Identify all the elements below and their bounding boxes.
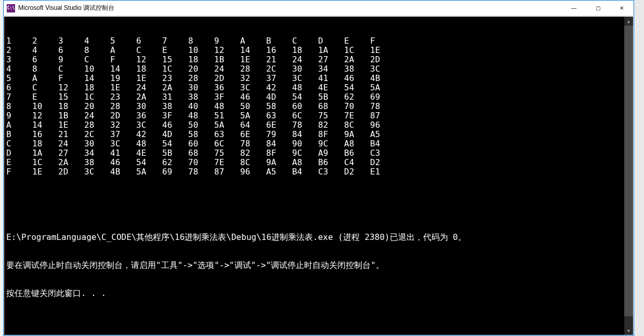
table-cell: B6 — [344, 149, 370, 158]
table-cell: 64 — [240, 120, 266, 130]
table-cell: 18 — [292, 46, 318, 55]
table-cell: 2D — [58, 167, 84, 177]
table-cell: C — [32, 83, 58, 92]
console-window: C:\ Microsoft Visual Studio 调试控制台 — ▢ ✕ … — [3, 0, 634, 336]
table-cell: 28 — [240, 64, 266, 74]
table-cell: D — [6, 149, 32, 158]
table-cell: 32 — [240, 74, 266, 83]
table-row: A141E28323C46505A646E78828C96 — [6, 120, 631, 130]
table-cell: 46 — [110, 158, 136, 167]
titlebar[interactable]: C:\ Microsoft Visual Studio 调试控制台 — ▢ ✕ — [4, 1, 634, 16]
minimize-button[interactable]: — — [562, 1, 586, 16]
scrollbar-down-arrow[interactable]: ▼ — [624, 326, 633, 335]
table-cell: 1C — [344, 46, 370, 55]
table-cell: 9C — [292, 149, 318, 158]
table-cell: 79 — [266, 130, 292, 139]
table-cell: 4D — [266, 92, 292, 102]
table-cell: A5 — [370, 130, 396, 139]
table-cell: 12 — [58, 83, 84, 92]
table-cell: 69 — [370, 92, 396, 102]
table-cell: 2D — [110, 111, 136, 120]
table-cell: 19 — [110, 74, 136, 83]
table-cell: 54 — [292, 92, 318, 102]
table-cell: B4 — [370, 139, 396, 149]
table-cell: 54 — [344, 83, 370, 92]
table-cell: 51 — [214, 111, 240, 120]
table-cell: 4E — [318, 83, 344, 92]
table-cell: 3C — [292, 74, 318, 83]
table-cell: 96 — [370, 120, 396, 130]
close-button[interactable]: ✕ — [610, 1, 634, 16]
table-cell: 78 — [292, 120, 318, 130]
table-cell: 7 — [162, 36, 188, 46]
scrollbar-thumb[interactable] — [624, 25, 633, 316]
table-cell: 4E — [136, 149, 162, 158]
table-cell: 1B — [214, 55, 240, 64]
table-cell: 8 — [84, 46, 110, 55]
table-cell: 18 — [84, 83, 110, 92]
table-cell: 6C — [214, 139, 240, 149]
table-cell: 9 — [214, 36, 240, 46]
table-cell: C4 — [344, 158, 370, 167]
table-cell: 14 — [110, 64, 136, 74]
table-cell: 6E — [266, 120, 292, 130]
table-row: F1E2D3C4B5A69788796A5B4C3D2E1 — [6, 167, 631, 177]
table-cell: 38 — [188, 92, 214, 102]
table-row: 6C12181E242A30363C42484E545A — [6, 83, 631, 92]
table-cell: 15 — [162, 55, 188, 64]
table-cell: 37 — [266, 74, 292, 83]
scrollbar-up-arrow[interactable]: ▲ — [624, 17, 633, 25]
maximize-button[interactable]: ▢ — [586, 1, 610, 16]
table-cell: 1A — [318, 46, 344, 55]
table-cell: 1E — [110, 83, 136, 92]
table-cell: C — [292, 36, 318, 46]
table-cell: 4B — [110, 167, 136, 177]
table-cell: 18 — [188, 55, 214, 64]
table-cell: 3C — [136, 120, 162, 130]
table-cell: 2D — [370, 55, 396, 64]
table-cell: 1E — [58, 120, 84, 130]
table-row: B16212C37424D58636E79848F9AA5 — [6, 130, 631, 139]
table-cell: B — [6, 130, 32, 139]
table-cell: 7E — [344, 111, 370, 120]
table-cell: 68 — [318, 102, 344, 111]
table-cell: A — [32, 74, 58, 83]
table-cell: 20 — [188, 64, 214, 74]
table-cell: 78 — [188, 167, 214, 177]
table-cell: 8F — [318, 130, 344, 139]
table-cell: 37 — [110, 130, 136, 139]
table-cell: 5A — [370, 83, 396, 92]
table-cell: 2 — [32, 36, 58, 46]
window-controls: — ▢ ✕ — [562, 1, 634, 16]
table-cell: 63 — [214, 130, 240, 139]
table-row: D1A2734414E5B6875828F9CA9B6C3 — [6, 149, 631, 158]
table-cell: C — [136, 46, 162, 55]
table-cell: 7E — [214, 158, 240, 167]
table-cell: 5A — [214, 120, 240, 130]
table-cell: 34 — [318, 64, 344, 74]
table-cell: 16 — [32, 130, 58, 139]
table-cell: 40 — [188, 102, 214, 111]
table-cell: 1B — [58, 111, 84, 120]
table-row: 81018202830384048505860687078 — [6, 102, 631, 111]
table-row: 7E151C232A31383F464D545B6269 — [6, 92, 631, 102]
table-cell: B6 — [318, 158, 344, 167]
table-cell: 6 — [6, 83, 32, 92]
table-cell: 69 — [162, 167, 188, 177]
table-row: C1824303C4854606C7884909CA8B4 — [6, 139, 631, 149]
table-cell: 78 — [240, 139, 266, 149]
table-cell: 38 — [84, 158, 110, 167]
console-output[interactable]: 123456789ABCDEF2468ACE10121416181A1C1E36… — [4, 17, 633, 335]
vertical-scrollbar[interactable]: ▲ ▼ — [624, 17, 633, 335]
table-cell: F — [370, 36, 396, 46]
table-cell: 46 — [162, 120, 188, 130]
table-cell: 46 — [240, 92, 266, 102]
table-cell: 1C — [84, 92, 110, 102]
table-cell: 5B — [318, 92, 344, 102]
exit-messages: E:\ProgramLanguage\C_CODE\其他程序\16进制乘法表\D… — [6, 214, 631, 317]
table-cell: 5 — [6, 74, 32, 83]
table-cell: 3F — [214, 92, 240, 102]
table-cell: 50 — [240, 102, 266, 111]
table-cell: 20 — [84, 102, 110, 111]
table-cell: 8C — [344, 120, 370, 130]
